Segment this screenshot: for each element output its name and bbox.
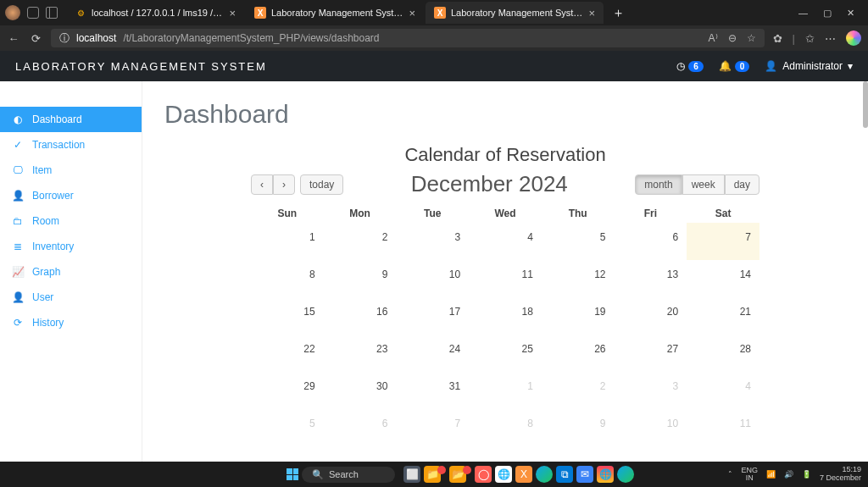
calendar-day-cell[interactable]: 4 [469,223,542,260]
calendar-day-cell[interactable]: 17 [396,297,469,335]
tab-close-icon[interactable]: × [229,8,236,19]
calendar-view-month[interactable]: month [635,174,682,195]
site-info-icon[interactable]: ⓘ [59,31,70,46]
calendar-day-cell[interactable]: 5 [251,409,324,446]
calendar-day-cell[interactable]: 15 [251,297,324,335]
battery-icon[interactable]: 🔋 [802,470,811,479]
window-minimize-icon[interactable]: — [798,8,808,19]
calendar-day-cell[interactable]: 31 [396,372,469,409]
calendar-prev-button[interactable]: ‹ [251,174,273,195]
calendar-day-cell[interactable]: 8 [251,260,324,297]
more-icon[interactable]: ⋯ [825,32,836,45]
profile-avatar-icon[interactable] [5,5,20,20]
calendar-day-cell[interactable]: 7 [687,223,760,260]
calendar-day-cell[interactable]: 24 [396,335,469,372]
browser-tab[interactable]: X Laboratory Management System × [246,2,424,24]
calendar-day-cell[interactable]: 29 [251,372,324,409]
sidebar-item-dashboard[interactable]: ◐ Dashboard [0,107,142,132]
user-menu[interactable]: 👤 Administrator ▾ [765,60,853,72]
workspaces-icon[interactable] [27,7,39,19]
calendar-day-cell[interactable]: 2 [542,372,615,409]
calendar-day-cell[interactable]: 18 [469,297,542,335]
sidebar-item-inventory[interactable]: ≣ Inventory [0,234,142,259]
taskbar-app-icon[interactable]: 📂 [449,466,471,483]
calendar-day-cell[interactable]: 8 [469,409,542,446]
back-icon[interactable]: ← [7,32,20,45]
calendar-next-button[interactable]: › [273,174,295,195]
calendar-day-cell[interactable]: 6 [615,223,687,260]
calendar-day-cell[interactable]: 13 [615,260,687,297]
calendar-day-cell[interactable]: 9 [324,260,397,297]
calendar-day-cell[interactable]: 14 [687,260,760,297]
clock-notification[interactable]: ◷ 6 [676,60,704,72]
calendar-day-cell[interactable]: 21 [687,297,760,335]
refresh-icon[interactable]: ⟳ [29,32,42,45]
calendar-day-cell[interactable]: 20 [615,297,687,335]
window-close-icon[interactable]: ✕ [847,8,854,19]
taskbar-app-icon[interactable]: ⧉ [556,466,573,483]
calendar-day-cell[interactable]: 22 [251,335,324,372]
browser-tab-active[interactable]: X Laboratory Management System × [426,2,604,24]
calendar-day-cell[interactable]: 5 [542,223,615,260]
sidebar-item-user[interactable]: 👤 User [0,285,142,310]
sound-icon[interactable]: 🔊 [784,470,793,479]
sidebar-item-item[interactable]: 🖵 Item [0,158,142,183]
sidebar-item-room[interactable]: 🗀 Room [0,208,142,234]
calendar-day-cell[interactable]: 11 [687,409,760,446]
calendar-today-button[interactable]: today [300,174,343,195]
calendar-day-cell[interactable]: 9 [542,409,615,446]
new-tab-button[interactable]: ＋ [605,5,632,21]
calendar-day-cell[interactable]: 10 [396,260,469,297]
calendar-day-cell[interactable]: 1 [251,223,324,260]
taskbar-app-icon[interactable]: 🌐 [495,466,512,483]
taskbar-app-icon[interactable]: 🌐 [597,466,614,483]
calendar-day-cell[interactable]: 6 [324,409,397,446]
calendar-view-day[interactable]: day [725,174,760,195]
start-button[interactable] [287,468,298,480]
bell-notification[interactable]: 🔔 0 [719,60,750,72]
tab-sidebar-icon[interactable] [46,7,58,19]
address-input[interactable]: ⓘ localhost /t/LaboratoryManagementSyste… [51,29,765,47]
sidebar-item-transaction[interactable]: ✓ Transaction [0,132,142,158]
favorites-icon[interactable]: ✩ [805,32,815,45]
system-tray[interactable]: ˄ ENG IN 📶 🔊 🔋 15:19 7 December [728,466,861,483]
collections-icon[interactable]: | [793,32,795,45]
taskbar-app-icon[interactable] [536,466,553,483]
read-aloud-icon[interactable]: A⁾ [709,32,718,44]
calendar-day-cell[interactable]: 30 [324,372,397,409]
taskbar-app-icon[interactable]: 📁 [424,466,446,483]
taskbar-app-icon[interactable]: ⬜ [403,466,420,483]
tab-close-icon[interactable]: × [588,8,595,19]
calendar-day-cell[interactable]: 16 [324,297,397,335]
taskbar-app-icon[interactable] [617,466,634,483]
tray-chevron-icon[interactable]: ˄ [728,470,732,479]
taskbar-app-icon[interactable]: ✉ [576,466,593,483]
calendar-day-cell[interactable]: 26 [542,335,615,372]
calendar-day-cell[interactable]: 1 [469,372,542,409]
calendar-day-cell[interactable]: 12 [542,260,615,297]
calendar-day-cell[interactable]: 23 [324,335,397,372]
browser-tab[interactable]: ⚙ localhost / 127.0.0.1 / lms19 / use × [66,2,244,24]
sidebar-item-graph[interactable]: 📈 Graph [0,259,142,285]
zoom-icon[interactable]: ⊖ [728,32,737,44]
calendar-view-week[interactable]: week [682,174,725,195]
taskbar-app-icon[interactable]: ◯ [475,466,492,483]
calendar-day-cell[interactable]: 3 [396,223,469,260]
sidebar-item-history[interactable]: ⟳ History [0,310,142,335]
tray-date[interactable]: 7 December [820,474,861,483]
tab-close-icon[interactable]: × [409,8,415,19]
calendar-day-cell[interactable]: 3 [615,372,687,409]
calendar-day-cell[interactable]: 7 [396,409,469,446]
calendar-day-cell[interactable]: 2 [324,223,397,260]
calendar-day-cell[interactable]: 10 [615,409,687,446]
calendar-day-cell[interactable]: 19 [542,297,615,335]
scrollbar-thumb[interactable] [863,81,868,128]
copilot-icon[interactable] [846,30,861,46]
calendar-day-cell[interactable]: 25 [469,335,542,372]
tray-lang[interactable]: ENG IN [741,467,758,482]
taskbar-app-icon[interactable]: X [515,466,532,483]
favorite-icon[interactable]: ☆ [747,32,756,44]
wifi-icon[interactable]: 📶 [766,470,776,479]
calendar-day-cell[interactable]: 11 [469,260,542,297]
sidebar-item-borrower[interactable]: 👤 Borrower [0,183,142,208]
